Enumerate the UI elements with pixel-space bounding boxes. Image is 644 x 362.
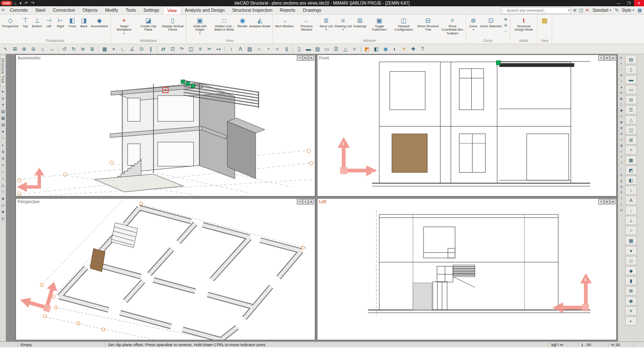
menu-tab-reports[interactable]: Reports <box>276 6 299 14</box>
menu-tab-view[interactable]: View <box>163 6 181 14</box>
menu-tab-connection[interactable]: Connection <box>49 6 79 14</box>
render-tool-icon[interactable]: ◐ <box>625 316 637 326</box>
mirror-icon[interactable]: ◫ <box>187 45 195 53</box>
viewport-control-a[interactable]: A <box>309 199 314 204</box>
wall-tool-icon[interactable]: ▤ <box>625 55 637 64</box>
lines-icon[interactable]: ≡ <box>619 137 624 142</box>
ortho-icon[interactable]: ∟ <box>119 45 127 53</box>
axis-tool-icon[interactable]: ⌗ <box>625 145 637 155</box>
right-button[interactable]: ⊢Right <box>55 15 66 28</box>
node-tool-icon[interactable]: ● <box>625 246 637 255</box>
house-icon[interactable]: ⌂ <box>619 149 624 154</box>
style-manager-icon[interactable]: ▦ <box>638 8 642 13</box>
marker-empty-icon[interactable]: ▫ <box>619 67 624 72</box>
grid-icon[interactable]: ▦ <box>100 45 109 53</box>
viewport-left[interactable]: Left YNA <box>317 198 617 340</box>
maximize-button[interactable]: ❐ <box>624 0 634 6</box>
list-icon[interactable]: ≡ <box>2 163 4 167</box>
foundation-tool-icon[interactable]: ⊟ <box>625 95 637 104</box>
rotate-icon[interactable]: ↷ <box>177 45 186 53</box>
minus-icon[interactable]: ⊖ <box>619 131 624 136</box>
menu-tab-objects[interactable]: Objects <box>79 6 101 14</box>
object-snap-icon[interactable]: ⊙ <box>137 45 146 53</box>
render-preview-icon[interactable]: ◐ <box>390 45 399 53</box>
diamond-icon[interactable]: ◆ <box>619 108 624 113</box>
remove-node-icon[interactable]: ⊖ <box>1 157 5 160</box>
viewport-front[interactable]: Front YNA <box>317 54 617 197</box>
opening-tool-icon[interactable]: ⊠ <box>625 286 637 295</box>
viewport-control-n[interactable]: N <box>303 55 308 61</box>
target-icon[interactable]: ⌖ <box>619 155 624 160</box>
minimize-button[interactable]: — <box>614 0 624 6</box>
viewport-control-y[interactable]: Y <box>598 199 604 204</box>
diamond-empty-icon[interactable]: ◇ <box>619 114 624 119</box>
camera-icon[interactable]: ◉ <box>381 45 390 53</box>
roof-tool2-icon[interactable]: △ <box>625 115 637 124</box>
solid-icon[interactable]: ■ <box>2 197 4 201</box>
viewport-control-n[interactable]: N <box>604 55 610 61</box>
drawings-button[interactable]: ⊞Drawings <box>353 15 367 28</box>
down-icon[interactable]: ▾ <box>619 90 624 95</box>
home-icon[interactable]: ⌂ <box>14 1 16 5</box>
shell-tool-icon[interactable]: ◆ <box>625 266 637 275</box>
axonometric-button[interactable]: ◆Axonometric <box>90 15 109 28</box>
structural-design-mode-button[interactable]: IStructural Design Mode <box>512 15 536 32</box>
create-clip-plane-button[interactable]: ◪Create Clip Plane <box>136 15 161 32</box>
next-view-icon[interactable]: ↻ <box>69 45 78 53</box>
circle-icon[interactable]: ○ <box>254 45 263 53</box>
hatch-icon[interactable]: ▨ <box>245 45 254 53</box>
beam-icon[interactable]: ▬ <box>304 45 313 53</box>
home-view-icon[interactable]: ⌂ <box>2 170 4 174</box>
pin-icon[interactable]: ≋ <box>573 8 576 13</box>
help-icon[interactable]: ? <box>418 45 427 53</box>
hash-icon[interactable]: ⌗ <box>619 160 624 165</box>
viewport-axonometric[interactable]: Axonometric YNA <box>16 54 315 197</box>
spline-icon[interactable]: § <box>282 45 291 53</box>
up-icon[interactable]: ▴ <box>619 84 624 89</box>
quick-access-dropdown-icon[interactable]: ▾ <box>19 1 21 5</box>
zoom-button[interactable]: ⊕Zoom▾ <box>467 15 479 31</box>
hollow-small-icon[interactable]: □ <box>619 102 624 107</box>
section-mark-icon[interactable]: § <box>619 184 624 189</box>
angle2-icon[interactable]: ∠ <box>619 172 624 177</box>
half-tone-icon[interactable]: ◐ <box>2 143 4 147</box>
text-icon[interactable]: A <box>236 45 245 53</box>
command-search[interactable]: ⌕ ▾ <box>501 7 571 14</box>
plus-icon[interactable]: ⊕ <box>619 125 624 130</box>
copy-icon[interactable]: ⊡ <box>168 45 177 53</box>
layout-icon[interactable]: ◫ <box>579 8 583 13</box>
unit-display[interactable]: kgf / m <box>549 342 579 347</box>
zoom-display[interactable]: % 20 <box>608 342 634 347</box>
slab-icon[interactable]: ▭ <box>322 45 331 53</box>
bottom-button[interactable]: ⊥Bottom <box>31 15 43 28</box>
viewport-control-y[interactable]: Y <box>598 55 604 61</box>
extend-icon[interactable]: ↦ <box>214 45 223 53</box>
menu-tab-tools[interactable]: Tools <box>122 6 140 14</box>
menu-tab-modify[interactable]: Modify <box>101 6 122 14</box>
guide-icon[interactable]: ∥ <box>146 45 155 53</box>
refresh-icon[interactable]: ↻ <box>1 217 5 221</box>
arc-icon[interactable]: ◔ <box>264 45 273 53</box>
settings-icon[interactable]: ✚ <box>409 45 418 53</box>
close-document-icon[interactable]: ✕ <box>585 8 589 13</box>
zoom-selection-button[interactable]: ⊡Zoom Selection <box>479 15 503 28</box>
app-menu-icon[interactable]: ≡ <box>2 8 4 14</box>
show-coordinate-box-toolbars-button[interactable]: ⌗Show Coordinate Box Toolbars <box>440 15 465 35</box>
scale-display[interactable]: 1 : 50 <box>579 342 608 347</box>
solid-small-icon[interactable]: ■ <box>619 96 624 101</box>
door-tool-icon[interactable]: ◫ <box>625 125 637 134</box>
menu-tab-settings[interactable]: Settings <box>140 6 163 14</box>
previous-view-icon[interactable]: ↺ <box>60 45 69 53</box>
collapse-icon[interactable]: ▸ <box>619 55 624 60</box>
viewport-control-y[interactable]: Y <box>297 55 302 61</box>
next-window-button[interactable]: →Next Window <box>274 15 294 28</box>
circle-small-icon[interactable]: ○ <box>619 78 624 83</box>
snap-icon[interactable]: ⌖ <box>109 45 118 53</box>
hidden-line-black-white-button[interactable]: □Hidden Line - Black & White <box>212 15 236 32</box>
story-up-icon[interactable]: ▴ <box>2 96 4 100</box>
zoom-out-mini-icon[interactable]: ⊖ <box>503 22 509 28</box>
camera-tool-icon[interactable]: ◉ <box>625 296 637 305</box>
back-button[interactable]: ◨Back <box>78 15 90 28</box>
left-button[interactable]: ⊣Left <box>43 15 55 28</box>
omega-icon[interactable]: Ω <box>619 207 624 212</box>
